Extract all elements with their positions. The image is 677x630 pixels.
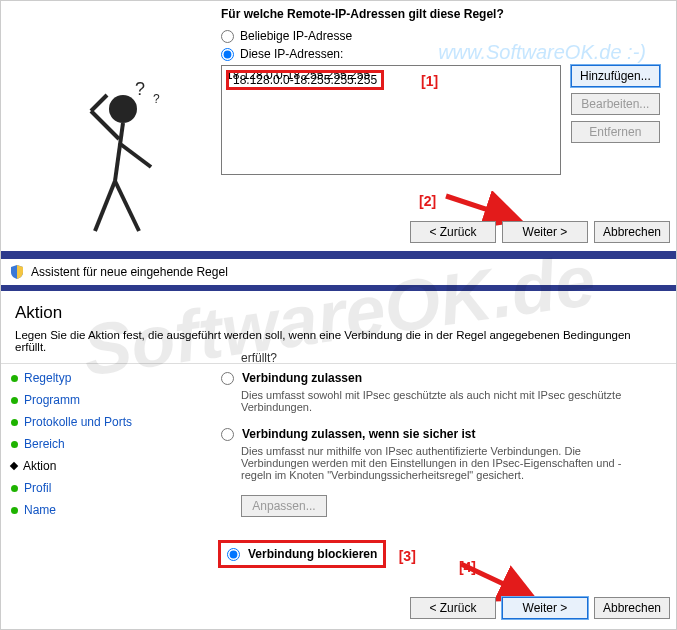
step-label: Regeltyp bbox=[24, 371, 71, 385]
step-profil[interactable]: Profil bbox=[11, 481, 201, 495]
annotation-1: [1] bbox=[421, 73, 438, 89]
step-label: Profil bbox=[24, 481, 51, 495]
radio-allow-label: Verbindung zulassen bbox=[242, 371, 362, 385]
customize-button: Anpassen... bbox=[241, 495, 327, 517]
step-programm[interactable]: Programm bbox=[11, 393, 201, 407]
action-panel: Aktion Legen Sie die Aktion fest, die au… bbox=[1, 291, 676, 629]
radio-these-ip[interactable]: Diese IP-Adressen: bbox=[221, 47, 664, 61]
annotation-2: [2] bbox=[419, 193, 436, 209]
back-button[interactable]: < Zurück bbox=[410, 597, 496, 619]
remote-ip-question: Für welche Remote-IP-Adressen gilt diese… bbox=[221, 7, 664, 21]
radio-allow-secure[interactable]: Verbindung zulassen, wenn sie sicher ist… bbox=[221, 427, 666, 517]
next-button[interactable]: Weiter > bbox=[502, 597, 588, 619]
radio-these-ip-label: Diese IP-Adressen: bbox=[240, 47, 343, 61]
remove-ip-button: Entfernen bbox=[571, 121, 660, 143]
radio-block-connection[interactable]: Verbindung blockieren bbox=[221, 543, 383, 565]
radio-any-ip[interactable]: Beliebige IP-Adresse bbox=[221, 29, 664, 43]
shield-icon bbox=[9, 264, 25, 280]
edit-ip-button: Bearbeiten... bbox=[571, 93, 660, 115]
svg-line-4 bbox=[115, 181, 139, 231]
step-aktion[interactable]: Aktion bbox=[11, 459, 201, 473]
step-label: Bereich bbox=[24, 437, 65, 451]
step-label: Name bbox=[24, 503, 56, 517]
radio-allow-secure-desc: Dies umfasst nur mithilfe von IPsec auth… bbox=[241, 445, 641, 481]
wizard-steps-sidebar: Regeltyp Programm Protokolle und Ports B… bbox=[1, 363, 201, 525]
radio-allow-desc: Dies umfasst sowohl mit IPsec geschützte… bbox=[241, 389, 641, 413]
svg-line-3 bbox=[95, 181, 115, 231]
svg-line-0 bbox=[446, 196, 516, 219]
annotation-4: [4] bbox=[459, 559, 476, 575]
cancel-button[interactable]: Abbrechen bbox=[594, 597, 670, 619]
wizard-title: Assistent für neue eingehende Regel bbox=[31, 265, 228, 279]
next-button[interactable]: Weiter > bbox=[502, 221, 588, 243]
radio-allow-secure-label: Verbindung zulassen, wenn sie sicher ist bbox=[242, 427, 475, 441]
separator-band bbox=[1, 251, 676, 259]
step-label: Aktion bbox=[23, 459, 56, 473]
ip-list-textarea[interactable] bbox=[221, 65, 561, 175]
step-name[interactable]: Name bbox=[11, 503, 201, 517]
step-regeltyp[interactable]: Regeltyp bbox=[11, 371, 201, 385]
step-protokolle[interactable]: Protokolle und Ports bbox=[11, 415, 201, 429]
back-button[interactable]: < Zurück bbox=[410, 221, 496, 243]
radio-block-label: Verbindung blockieren bbox=[248, 547, 377, 561]
radio-any-ip-label: Beliebige IP-Adresse bbox=[240, 29, 352, 43]
step-bereich[interactable]: Bereich bbox=[11, 437, 201, 451]
step-label: Programm bbox=[24, 393, 80, 407]
annotation-3: [3] bbox=[399, 548, 416, 564]
trailing-text: erfüllt? bbox=[241, 351, 666, 365]
cancel-button[interactable]: Abbrechen bbox=[594, 221, 670, 243]
scope-panel: Für welche Remote-IP-Adressen gilt diese… bbox=[1, 1, 676, 251]
page-title: Aktion bbox=[1, 291, 676, 329]
wizard-titlebar: Assistent für neue eingehende Regel bbox=[1, 259, 228, 285]
radio-allow[interactable]: Verbindung zulassen Dies umfasst sowohl … bbox=[221, 371, 666, 413]
step-label: Protokolle und Ports bbox=[24, 415, 132, 429]
add-ip-button[interactable]: Hinzufügen... bbox=[571, 65, 660, 87]
